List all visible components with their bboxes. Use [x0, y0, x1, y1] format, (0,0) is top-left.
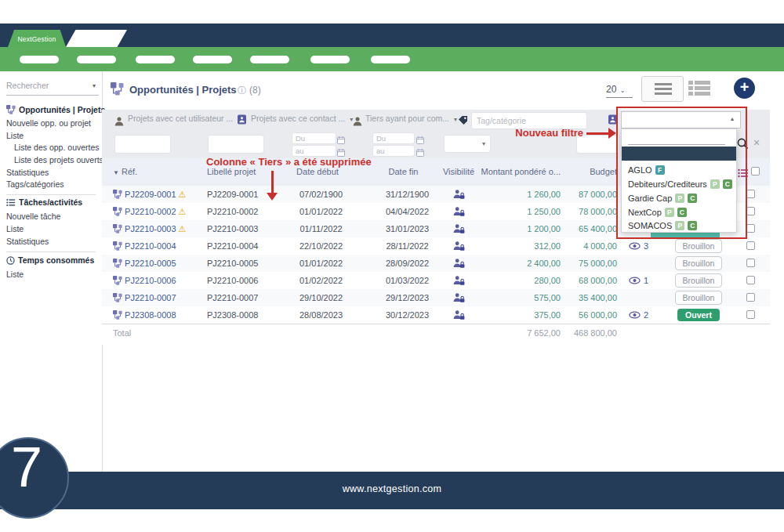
date-from-placeholder: Du	[373, 133, 414, 143]
sidebar-section-tasks[interactable]: Tâches/activités	[6, 197, 82, 207]
row-checkbox[interactable]	[746, 224, 755, 233]
sidebar-search-select[interactable]: Rechercher ▾	[6, 78, 99, 96]
visibility-icon	[447, 255, 470, 272]
project-ref-link[interactable]: PJ2210-0003	[125, 224, 176, 233]
visibility-icon	[447, 272, 470, 289]
row-checkbox[interactable]	[746, 310, 755, 319]
date-start: 01/02/2022	[284, 272, 358, 289]
user-icon	[114, 115, 124, 129]
sidebar-section-projects[interactable]: Opportunités | Projets	[6, 105, 105, 114]
decorative-tab-shape	[66, 30, 127, 47]
thirdparty-filter-select[interactable]: Tiers ayant pour com...▾	[365, 114, 453, 126]
table-row[interactable]: PJ2210-0007 PJ2210-0007 29/10/2022 29/12…	[102, 289, 770, 307]
sidebar-section-temps[interactable]: Temps consommés	[6, 255, 94, 265]
column-selector-icon[interactable]	[738, 167, 749, 181]
sidebar-item-liste[interactable]: Liste	[6, 131, 24, 140]
table-row[interactable]: PJ2308-0008 PJ2308-0008 28/08/2023 30/12…	[102, 306, 770, 324]
sidebar-item-statistiques-taches[interactable]: Statistiques	[6, 237, 49, 246]
date-end-to-input[interactable]: au	[372, 145, 415, 157]
network-icon	[6, 105, 16, 114]
project-ref-link[interactable]: PJ2210-0006	[125, 276, 176, 285]
nav-pill[interactable]	[136, 56, 175, 63]
project-label: PJ2210-0007	[207, 289, 295, 306]
sidebar-item-liste-opp-ouvertes[interactable]: Liste des opp. ouvertes	[14, 143, 100, 152]
nav-pill[interactable]	[310, 56, 350, 63]
table-row[interactable]: PJ2210-0005 PJ2210-0005 01/01/2022 28/09…	[102, 255, 770, 273]
date-start-to-input[interactable]: au	[292, 145, 336, 157]
date-end: 30/12/2023	[370, 306, 445, 324]
budget-amount: 78 000,00	[543, 203, 617, 220]
project-icon	[113, 190, 122, 199]
sidebar-item-new-opp[interactable]: Nouvelle opp. ou projet	[6, 118, 91, 128]
nav-pill[interactable]	[193, 56, 232, 63]
label-search-input[interactable]	[208, 135, 264, 154]
date-end-from-input[interactable]: Du	[372, 132, 415, 144]
ref-search-input[interactable]	[114, 135, 171, 154]
search-icon[interactable]	[737, 138, 749, 153]
row-checkbox[interactable]	[746, 276, 755, 284]
clear-filters-icon[interactable]: ×	[753, 136, 760, 149]
sidebar-item-nouvelle-tache[interactable]: Nouvelle tâche	[6, 212, 60, 221]
sidebar-item-tags-categories[interactable]: Tags/catégories	[6, 179, 64, 189]
column-ref[interactable]: ▼ Réf.	[113, 165, 137, 178]
project-ref-link[interactable]: PJ2210-0007	[125, 293, 176, 302]
sidebar-search-placeholder: Rechercher	[6, 81, 49, 90]
project-ref-link[interactable]: PJ2308-0008	[125, 310, 176, 320]
page-size-select[interactable]: 20 ⌄	[606, 81, 633, 98]
column-budget[interactable]: Budget	[558, 165, 617, 178]
row-checkbox[interactable]	[746, 293, 755, 302]
sidebar-item-liste-projets-ouverts[interactable]: Liste des projets ouverts	[14, 155, 103, 165]
contact-filter-select[interactable]: Projets avec ce contact ...▾	[251, 114, 343, 126]
sidebar-item-liste-temps[interactable]: Liste	[6, 270, 24, 279]
tag-icon	[458, 114, 468, 128]
dropdown-option[interactable]: Debiteurs/CrediteursPC	[628, 178, 732, 190]
select-all-checkbox[interactable]	[751, 167, 760, 176]
table-row[interactable]: PJ2210-0006 PJ2210-0006 01/02/2022 01/03…	[102, 272, 770, 290]
nav-pill[interactable]	[20, 56, 59, 63]
project-label: PJ2210-0002	[207, 203, 295, 220]
fournisseur-badge: F	[655, 165, 665, 175]
eye-icon	[629, 277, 641, 284]
row-checkbox[interactable]	[746, 259, 755, 267]
budget-amount: 56 000,00	[543, 306, 617, 324]
dropdown-option[interactable]: NextCopPC	[628, 206, 687, 219]
dropdown-option[interactable]: Gardie CapPC	[628, 192, 697, 204]
new-filter-select[interactable]: ▴	[621, 111, 741, 128]
user-filter-select[interactable]: Projets avec cet utilisateur ...▾	[128, 114, 228, 126]
sidebar-item-statistiques[interactable]: Statistiques	[6, 168, 49, 177]
project-label: PJ2210-0003	[207, 220, 295, 237]
project-label: PJ2210-0005	[207, 255, 295, 272]
new-filter-dropdown-panel: AGLOF Debiteurs/CrediteursPC Gardie CapP…	[621, 128, 737, 233]
dropdown-selected-option[interactable]	[622, 147, 736, 161]
info-icon[interactable]: ⓘ	[238, 85, 246, 96]
dropdown-search-input[interactable]	[628, 132, 725, 145]
project-ref-link[interactable]: PJ2210-0004	[125, 241, 176, 251]
project-ref-link[interactable]: PJ2209-0001	[125, 190, 176, 199]
nav-pill[interactable]	[371, 56, 410, 63]
nav-pill[interactable]	[77, 56, 116, 63]
row-checkbox[interactable]	[746, 207, 755, 215]
budget-amount: 75 000,00	[543, 255, 617, 272]
hidden-filter-icon	[608, 114, 617, 128]
column-weighted[interactable]: Montant pondéré o...	[459, 165, 561, 178]
project-icon	[113, 259, 122, 268]
date-end: 01/03/2022	[370, 272, 445, 289]
status-badge: Brouillon	[675, 256, 723, 270]
project-ref-link[interactable]: PJ2210-0005	[125, 259, 176, 268]
sidebar-section-title: Opportunités | Projets	[19, 105, 105, 114]
row-checkbox[interactable]	[746, 241, 755, 250]
table-row[interactable]: PJ2210-0004 PJ2210-0004 22/10/2022 28/11…	[102, 237, 770, 255]
grid-view-button[interactable]	[688, 81, 712, 98]
dropdown-option[interactable]: SOMACOSPC	[628, 219, 697, 232]
row-checkbox[interactable]	[746, 190, 755, 198]
sort-caret-icon: ▼	[113, 169, 119, 176]
eye-icon	[629, 311, 641, 319]
list-view-button[interactable]	[641, 76, 684, 102]
dropdown-option[interactable]: AGLOF	[628, 164, 665, 176]
nav-pill[interactable]	[250, 56, 289, 63]
sidebar-item-liste-taches[interactable]: Liste	[6, 224, 24, 233]
date-start-from-input[interactable]: Du	[292, 132, 336, 144]
project-ref-link[interactable]: PJ2210-0002	[125, 207, 176, 216]
add-record-button[interactable]: +	[734, 78, 755, 99]
annotation-arrowhead-down	[267, 193, 278, 201]
